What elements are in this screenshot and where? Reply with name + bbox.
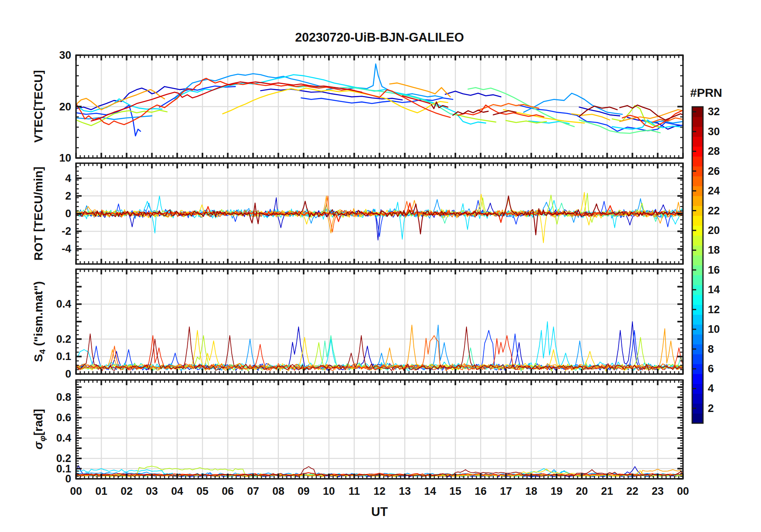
colorbar-tick-label: 24 (708, 184, 736, 197)
panel-sigma (76, 380, 683, 479)
panel-rot (76, 163, 683, 264)
colorbar-cell-prn-5 (692, 374, 703, 384)
series-prn-5 (76, 105, 140, 136)
series-prn-3 (627, 118, 683, 130)
colorbar-tick-label: 14 (708, 283, 736, 296)
colorbar-tick-label: 4 (708, 382, 736, 395)
colorbar-cell-prn-25 (692, 176, 703, 186)
panel-vtec (76, 55, 683, 158)
colorbar-cell-prn-19 (692, 235, 703, 246)
series-prn-18 (455, 114, 496, 122)
colorbar-tick-label: 6 (708, 362, 736, 375)
colorbar-tick-label: 22 (708, 204, 736, 217)
series-prn-3 (445, 91, 501, 97)
figure: 20230720-UiB-BJN-GALILEO 102030-4-202400… (0, 0, 761, 532)
plot-canvas (0, 0, 761, 532)
colorbar-tick-label: 8 (708, 343, 736, 356)
colorbar-cell-prn-17 (692, 255, 703, 266)
colorbar-tick-label: 18 (708, 244, 736, 256)
colorbar-tick-label: 10 (708, 323, 736, 336)
colorbar-cell-prn-13 (692, 295, 703, 305)
colorbar-tick-label: 28 (708, 145, 736, 158)
colorbar-cell-prn-3 (692, 394, 703, 404)
colorbar-cell-prn-7 (692, 354, 703, 364)
colorbar-tick-label: 2 (708, 402, 736, 415)
colorbar-tick-label: 30 (708, 125, 736, 138)
colorbar-cell-prn-31 (692, 117, 703, 127)
panel-s4 (76, 269, 683, 374)
x-tick-label: 00 (667, 485, 699, 498)
colorbar-cell-prn-21 (692, 216, 703, 226)
colorbar-tick-label: 26 (708, 165, 736, 178)
x-axis-label: UT (76, 505, 683, 519)
colorbar (692, 107, 703, 424)
colorbar-cell-prn-11 (692, 314, 703, 325)
colorbar-cell-prn-15 (692, 275, 703, 285)
colorbar-cell-prn-1 (692, 413, 703, 424)
colorbar-tick-label: 20 (708, 224, 736, 237)
colorbar-cell-prn-9 (692, 334, 703, 345)
colorbar-tick-label: 32 (708, 105, 736, 118)
series-prn-22 (572, 114, 610, 120)
colorbar-cell-prn-29 (692, 136, 703, 147)
colorbar-tick-label: 16 (708, 264, 736, 276)
colorbar-cell-prn-27 (692, 156, 703, 167)
colorbar-cell-prn-23 (692, 196, 703, 206)
colorbar-title: #PRN (676, 86, 736, 100)
colorbar-tick-label: 12 (708, 303, 736, 316)
y-axis-label-sigma: σφ[rad] (32, 341, 48, 517)
